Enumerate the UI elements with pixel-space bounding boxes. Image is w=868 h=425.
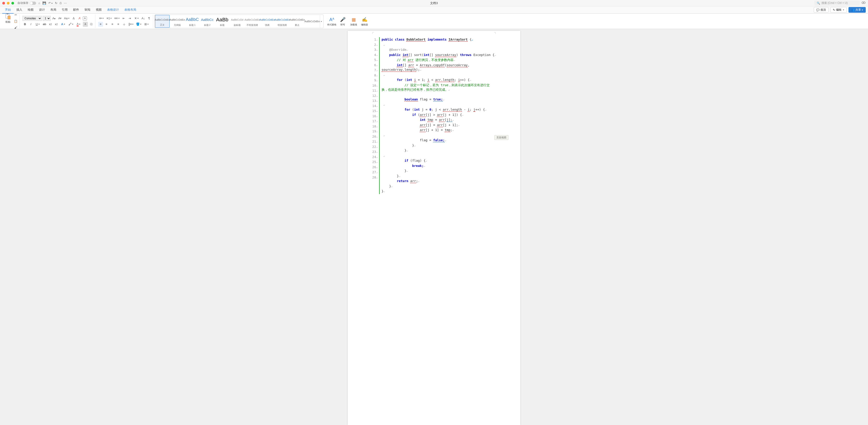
justify-button[interactable]: ≡: [116, 22, 121, 27]
decrease-font-button[interactable]: A▾: [57, 16, 62, 21]
shading-button[interactable]: 🪣: [135, 22, 142, 27]
code-line[interactable]: ↵: [381, 72, 496, 78]
print-icon[interactable]: ⎙: [60, 1, 62, 5]
code-line[interactable]: for (int j = 0; j < arr.length - i; j++)…: [381, 107, 496, 112]
tab-2[interactable]: 绘图: [25, 6, 36, 13]
increase-font-button[interactable]: A▴: [52, 16, 57, 21]
distributed-button[interactable]: ⫝: [122, 22, 127, 27]
code-line[interactable]: }↵: [381, 189, 496, 194]
bullets-button[interactable]: ≡•: [98, 16, 105, 21]
align-center-button[interactable]: ≡: [104, 22, 109, 27]
code-line[interactable]: public class BubbleSort implements IArra…: [381, 37, 496, 42]
phonetic-guide-button[interactable]: A̤: [71, 16, 76, 21]
character-border-button[interactable]: A: [83, 16, 87, 21]
copy-button[interactable]: 📋: [13, 19, 18, 24]
code-line[interactable]: [381, 93, 496, 97]
code-line[interactable]: @Override↵: [381, 47, 496, 53]
code-line[interactable]: break;↵: [381, 164, 496, 169]
clear-formatting-button[interactable]: A̸: [77, 16, 82, 21]
editor-button[interactable]: ✍编辑器: [360, 16, 369, 26]
style-item-10[interactable]: AaBbCcDdEe: [305, 15, 319, 28]
paste-button[interactable]: 粘贴: [4, 12, 12, 24]
tab-5[interactable]: 引用: [59, 6, 70, 13]
comments-button[interactable]: 💬 批注: [814, 7, 829, 13]
home-icon[interactable]: ⌂: [38, 1, 40, 5]
minimize-window-button[interactable]: [7, 2, 9, 4]
code-line[interactable]: sourceArray.length);↵: [381, 67, 496, 72]
tab-3[interactable]: 设计: [36, 6, 48, 13]
highlight-button[interactable]: 🖍: [67, 22, 74, 27]
editing-mode-button[interactable]: ✎ 编辑: [830, 7, 847, 13]
code-line[interactable]: // 设定一个标记，若为 true，则表示此次循环没有进行交换，也就是待排序列已…: [381, 83, 496, 93]
code-line[interactable]: if (flag) {↵: [381, 158, 496, 164]
code-line[interactable]: }↵: [381, 174, 496, 179]
styles-pane-button[interactable]: Aᴬ样式窗格: [327, 16, 337, 26]
code-line[interactable]: }↵: [381, 184, 496, 189]
style-item-1[interactable]: AaBbCcDdEe无间隔: [170, 15, 185, 28]
style-item-2[interactable]: AaBbC标题 1: [185, 15, 199, 28]
code-line[interactable]: public int[] sort(int[] sourceArray) thr…: [381, 53, 496, 58]
align-right-button[interactable]: ≡: [110, 22, 115, 27]
character-shading-button[interactable]: A: [83, 22, 88, 27]
addins-button[interactable]: ▦加载项: [349, 16, 359, 26]
close-window-button[interactable]: [2, 2, 5, 4]
code-line[interactable]: }↵: [381, 148, 496, 153]
borders-button[interactable]: ⊞: [143, 22, 150, 27]
tab-10[interactable]: 表格布局: [122, 6, 139, 13]
code-line[interactable]: arr[j] = arr[j + 1];↵: [381, 123, 496, 128]
code-line[interactable]: for (int i = 1; i < arr.length; i++) {↵: [381, 77, 496, 83]
decrease-indent-button[interactable]: ⇤: [121, 16, 126, 21]
style-item-9[interactable]: AaBbCcDdEe要点: [290, 15, 304, 28]
tab-8[interactable]: 视图: [93, 6, 104, 13]
code-line[interactable]: arr[j + 1] = tmp;↵: [381, 128, 496, 133]
dictate-button[interactable]: 🎤听写: [338, 16, 347, 26]
code-line[interactable]: }↵: [381, 168, 496, 174]
document-area[interactable]: 1↵2↵3↵4↵5↵6↵7↵8↵9↵10↵11↵12↵13↵14↵15↵16↵1…: [0, 29, 868, 425]
code-line[interactable]: ↵: [381, 102, 496, 107]
code-line[interactable]: if (arr[j] > arr[j + 1]) {↵: [381, 112, 496, 118]
numbering-button[interactable]: ≡1: [106, 16, 113, 21]
redo-icon[interactable]: ↻: [55, 1, 57, 5]
share-button[interactable]: 👥 共享 ▾: [848, 7, 866, 13]
strikethrough-button[interactable]: ab: [42, 22, 47, 27]
style-item-3[interactable]: AaBbCc标题 2: [200, 15, 215, 28]
code-line[interactable]: flag = false;↵: [381, 138, 496, 143]
code-content[interactable]: public class BubbleSort implements IArra…: [380, 37, 521, 194]
cut-button[interactable]: ✂: [13, 12, 18, 18]
code-line[interactable]: int[] arr = Arrays.copyOf(sourceArray,: [381, 63, 496, 68]
style-item-8[interactable]: AaBbCcDdEe明显强调: [275, 15, 289, 28]
increase-indent-button[interactable]: ⇥: [127, 16, 132, 21]
save-icon[interactable]: 💾: [42, 1, 46, 5]
tab-9[interactable]: 表格设计: [104, 6, 122, 13]
search-box[interactable]: 🔍 搜索 (Cmd + Ctrl + U): [814, 1, 860, 5]
superscript-button[interactable]: x2: [54, 22, 59, 27]
sort-button[interactable]: A↓: [141, 16, 146, 21]
tab-6[interactable]: 邮件: [70, 6, 82, 13]
code-line[interactable]: return arr;↵: [381, 179, 496, 184]
line-spacing-button[interactable]: ‖≡: [128, 22, 134, 27]
font-size-select[interactable]: 12: [43, 16, 51, 21]
font-color-button[interactable]: A: [75, 22, 82, 27]
style-item-5[interactable]: AaBbCcDd副标题: [230, 15, 245, 28]
style-item-7[interactable]: AaBbCcDdEe强调: [260, 15, 274, 28]
font-name-select[interactable]: Consolas: [23, 16, 42, 21]
underline-button[interactable]: U: [34, 22, 41, 27]
style-item-0[interactable]: AaBbCcDdEe正文: [155, 15, 169, 28]
align-left-button[interactable]: ≡: [98, 22, 103, 27]
enclose-characters-button[interactable]: ㊥: [89, 22, 94, 27]
bold-button[interactable]: B: [23, 22, 28, 27]
style-item-4[interactable]: AaBb标题: [215, 15, 229, 28]
asian-layout-button[interactable]: ✕: [133, 16, 140, 21]
code-line[interactable]: ↵: [381, 42, 496, 47]
style-item-6[interactable]: AaBbCcDdEe不明显强调: [245, 15, 259, 28]
code-line[interactable]: // 对 arr 进行拷贝，不改变参数内容↵: [381, 58, 496, 63]
change-case-button[interactable]: Aa: [63, 16, 70, 21]
undo-icon[interactable]: ↶: [48, 1, 53, 5]
collab-icon[interactable]: [862, 1, 866, 5]
tab-4[interactable]: 布局: [48, 6, 59, 13]
tab-7[interactable]: 审阅: [82, 6, 93, 13]
multilevel-list-button[interactable]: ≡≡: [114, 16, 120, 21]
code-line[interactable]: ↵: [381, 153, 496, 159]
code-line[interactable]: boolean flag = true;↵: [381, 97, 496, 102]
more-icon[interactable]: ⋯: [64, 1, 67, 5]
